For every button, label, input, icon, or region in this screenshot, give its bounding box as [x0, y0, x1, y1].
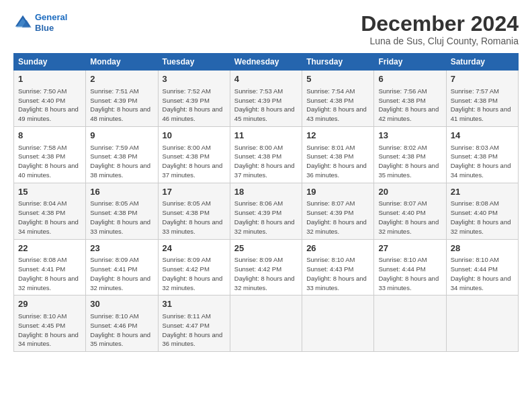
- day-number: 14: [451, 130, 514, 142]
- day-cell: [374, 295, 446, 352]
- day-info: Sunrise: 7:52 AMSunset: 4:39 PMDaylight:…: [163, 87, 223, 122]
- day-info: Sunrise: 8:10 AMSunset: 4:43 PMDaylight:…: [306, 256, 367, 291]
- day-cell: 1Sunrise: 7:50 AMSunset: 4:40 PMDaylight…: [14, 71, 86, 127]
- day-number: 3: [163, 73, 226, 85]
- day-info: Sunrise: 8:10 AMSunset: 4:45 PMDaylight:…: [18, 312, 79, 347]
- day-info: Sunrise: 7:59 AMSunset: 4:38 PMDaylight:…: [90, 144, 150, 179]
- day-cell: 7Sunrise: 7:57 AMSunset: 4:38 PMDaylight…: [446, 71, 518, 127]
- day-info: Sunrise: 8:04 AMSunset: 4:38 PMDaylight:…: [18, 199, 79, 234]
- day-cell: 6Sunrise: 7:56 AMSunset: 4:38 PMDaylight…: [374, 71, 446, 127]
- day-number: 10: [163, 130, 226, 142]
- day-info: Sunrise: 8:05 AMSunset: 4:38 PMDaylight:…: [90, 199, 150, 234]
- col-header-sunday: Sunday: [14, 54, 86, 71]
- day-cell: 4Sunrise: 7:53 AMSunset: 4:39 PMDaylight…: [230, 71, 302, 127]
- day-cell: 26Sunrise: 8:10 AMSunset: 4:43 PMDayligh…: [302, 239, 374, 295]
- page: General Blue December 2024 Luna de Sus, …: [0, 0, 532, 411]
- day-cell: [446, 295, 518, 352]
- day-cell: 29Sunrise: 8:10 AMSunset: 4:45 PMDayligh…: [14, 295, 86, 352]
- col-header-tuesday: Tuesday: [158, 54, 230, 71]
- day-cell: 19Sunrise: 8:07 AMSunset: 4:39 PMDayligh…: [302, 183, 374, 239]
- day-number: 23: [90, 242, 153, 255]
- day-cell: 15Sunrise: 8:04 AMSunset: 4:38 PMDayligh…: [14, 183, 86, 239]
- day-info: Sunrise: 8:11 AMSunset: 4:47 PMDaylight:…: [163, 312, 223, 347]
- logo-general: General: [35, 12, 67, 22]
- day-info: Sunrise: 8:08 AMSunset: 4:40 PMDaylight:…: [451, 199, 511, 234]
- subtitle: Luna de Sus, Cluj County, Romania: [361, 36, 519, 46]
- day-info: Sunrise: 7:56 AMSunset: 4:38 PMDaylight:…: [378, 87, 439, 122]
- week-row-1: 1Sunrise: 7:50 AMSunset: 4:40 PMDaylight…: [14, 71, 519, 127]
- day-cell: 20Sunrise: 8:07 AMSunset: 4:40 PMDayligh…: [374, 183, 446, 239]
- day-cell: 3Sunrise: 7:52 AMSunset: 4:39 PMDaylight…: [158, 71, 230, 127]
- main-title: December 2024: [361, 12, 519, 36]
- day-cell: 9Sunrise: 7:59 AMSunset: 4:38 PMDaylight…: [86, 126, 158, 183]
- logo: General Blue: [13, 12, 67, 33]
- day-number: 2: [90, 73, 153, 85]
- day-cell: 30Sunrise: 8:10 AMSunset: 4:46 PMDayligh…: [86, 295, 158, 352]
- day-info: Sunrise: 8:05 AMSunset: 4:38 PMDaylight:…: [163, 199, 223, 234]
- day-cell: 8Sunrise: 7:58 AMSunset: 4:38 PMDaylight…: [14, 126, 86, 183]
- day-cell: 24Sunrise: 8:09 AMSunset: 4:42 PMDayligh…: [158, 239, 230, 295]
- day-cell: 21Sunrise: 8:08 AMSunset: 4:40 PMDayligh…: [446, 183, 518, 239]
- day-info: Sunrise: 8:00 AMSunset: 4:38 PMDaylight:…: [163, 144, 223, 179]
- day-number: 6: [378, 73, 441, 85]
- day-cell: 25Sunrise: 8:09 AMSunset: 4:42 PMDayligh…: [230, 239, 302, 295]
- col-header-wednesday: Wednesday: [230, 54, 302, 71]
- day-number: 16: [90, 186, 153, 198]
- day-number: 11: [234, 130, 298, 142]
- day-number: 9: [90, 130, 153, 142]
- day-cell: 17Sunrise: 8:05 AMSunset: 4:38 PMDayligh…: [158, 183, 230, 239]
- day-cell: 13Sunrise: 8:02 AMSunset: 4:38 PMDayligh…: [374, 126, 446, 183]
- day-cell: 16Sunrise: 8:05 AMSunset: 4:38 PMDayligh…: [86, 183, 158, 239]
- day-number: 17: [163, 186, 226, 198]
- col-header-thursday: Thursday: [302, 54, 374, 71]
- day-number: 20: [378, 186, 441, 198]
- logo-text: General Blue: [35, 12, 67, 33]
- day-cell: 18Sunrise: 8:06 AMSunset: 4:39 PMDayligh…: [230, 183, 302, 239]
- col-header-monday: Monday: [86, 54, 158, 71]
- week-row-2: 8Sunrise: 7:58 AMSunset: 4:38 PMDaylight…: [14, 126, 519, 183]
- day-cell: 31Sunrise: 8:11 AMSunset: 4:47 PMDayligh…: [158, 295, 230, 352]
- day-info: Sunrise: 7:54 AMSunset: 4:38 PMDaylight:…: [306, 87, 367, 122]
- header-row: SundayMondayTuesdayWednesdayThursdayFrid…: [14, 54, 519, 71]
- day-cell: 28Sunrise: 8:10 AMSunset: 4:44 PMDayligh…: [446, 239, 518, 295]
- day-info: Sunrise: 8:10 AMSunset: 4:44 PMDaylight:…: [378, 256, 439, 291]
- col-header-saturday: Saturday: [446, 54, 518, 71]
- day-info: Sunrise: 7:50 AMSunset: 4:40 PMDaylight:…: [18, 87, 79, 122]
- day-cell: 23Sunrise: 8:09 AMSunset: 4:41 PMDayligh…: [86, 239, 158, 295]
- day-number: 1: [18, 73, 81, 85]
- day-cell: [230, 295, 302, 352]
- day-number: 31: [163, 298, 226, 310]
- day-number: 30: [90, 298, 153, 310]
- day-number: 19: [306, 186, 369, 198]
- day-cell: 22Sunrise: 8:08 AMSunset: 4:41 PMDayligh…: [14, 239, 86, 295]
- day-number: 26: [306, 242, 369, 255]
- day-info: Sunrise: 7:58 AMSunset: 4:38 PMDaylight:…: [18, 144, 79, 179]
- day-info: Sunrise: 8:09 AMSunset: 4:42 PMDaylight:…: [163, 256, 223, 291]
- day-info: Sunrise: 7:51 AMSunset: 4:39 PMDaylight:…: [90, 87, 150, 122]
- day-info: Sunrise: 8:01 AMSunset: 4:38 PMDaylight:…: [306, 144, 367, 179]
- logo-icon: [13, 13, 32, 32]
- day-cell: 10Sunrise: 8:00 AMSunset: 4:38 PMDayligh…: [158, 126, 230, 183]
- day-cell: 2Sunrise: 7:51 AMSunset: 4:39 PMDaylight…: [86, 71, 158, 127]
- header: General Blue December 2024 Luna de Sus, …: [13, 12, 519, 46]
- day-number: 8: [18, 130, 81, 142]
- day-cell: 12Sunrise: 8:01 AMSunset: 4:38 PMDayligh…: [302, 126, 374, 183]
- day-cell: 11Sunrise: 8:00 AMSunset: 4:38 PMDayligh…: [230, 126, 302, 183]
- day-number: 15: [18, 186, 81, 198]
- day-info: Sunrise: 8:02 AMSunset: 4:38 PMDaylight:…: [378, 144, 439, 179]
- day-number: 28: [451, 242, 514, 255]
- day-info: Sunrise: 8:10 AMSunset: 4:46 PMDaylight:…: [90, 312, 150, 347]
- day-number: 5: [306, 73, 369, 85]
- day-number: 12: [306, 130, 369, 142]
- week-row-4: 22Sunrise: 8:08 AMSunset: 4:41 PMDayligh…: [14, 239, 519, 295]
- title-block: December 2024 Luna de Sus, Cluj County, …: [361, 12, 519, 46]
- day-info: Sunrise: 8:06 AMSunset: 4:39 PMDaylight:…: [234, 199, 295, 234]
- day-number: 4: [234, 73, 298, 85]
- day-info: Sunrise: 7:53 AMSunset: 4:39 PMDaylight:…: [234, 87, 295, 122]
- day-number: 22: [18, 242, 81, 255]
- day-info: Sunrise: 8:08 AMSunset: 4:41 PMDaylight:…: [18, 256, 79, 291]
- day-cell: 27Sunrise: 8:10 AMSunset: 4:44 PMDayligh…: [374, 239, 446, 295]
- day-number: 29: [18, 298, 81, 310]
- day-info: Sunrise: 8:07 AMSunset: 4:40 PMDaylight:…: [378, 199, 439, 234]
- day-info: Sunrise: 8:09 AMSunset: 4:41 PMDaylight:…: [90, 256, 150, 291]
